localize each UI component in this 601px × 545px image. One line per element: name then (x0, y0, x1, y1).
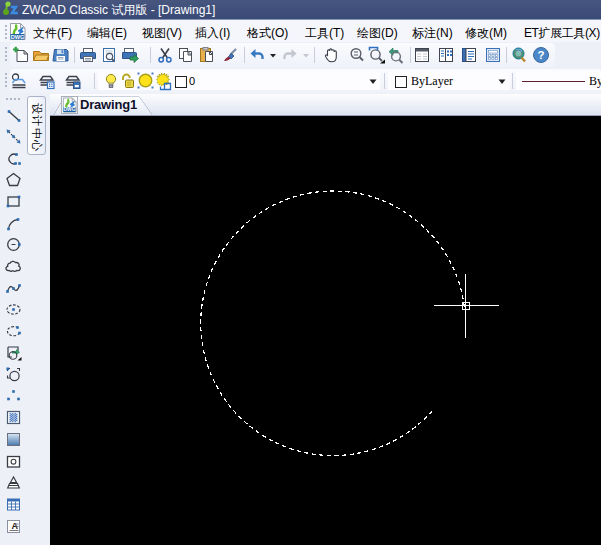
svg-text:DWG: DWG (63, 107, 75, 112)
svg-text:A: A (12, 521, 19, 531)
svg-text:DWG: DWG (11, 34, 25, 40)
svg-text:?: ? (537, 49, 544, 61)
